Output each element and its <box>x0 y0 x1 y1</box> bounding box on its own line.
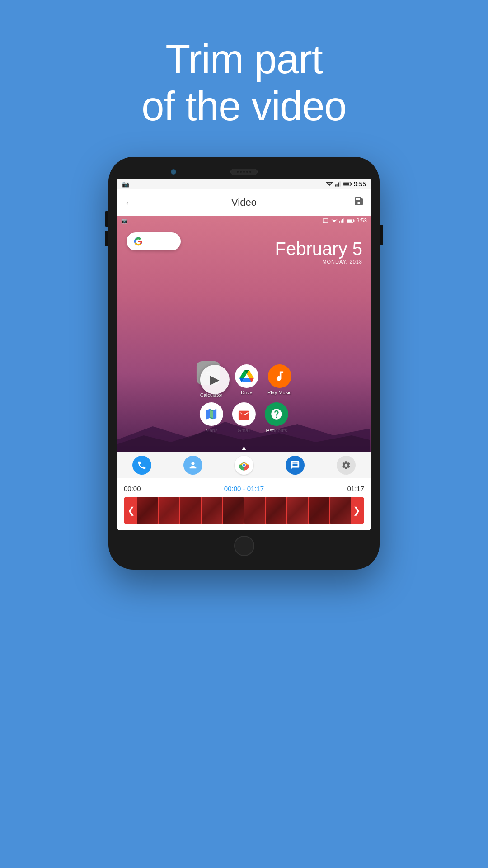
timeline-left-arrow[interactable]: ❮ <box>126 505 137 516</box>
play-music-label: Play Music <box>267 390 291 395</box>
time-start: 00:00 <box>124 485 141 492</box>
phone-body: 📷 <box>108 157 380 570</box>
chevron-up-icon[interactable]: ▲ <box>240 444 248 452</box>
frame-7 <box>266 497 287 524</box>
drive-icon <box>235 364 258 388</box>
frame-8 <box>287 497 308 524</box>
inner-signal-icon <box>339 218 345 223</box>
phone-bottom <box>117 530 371 561</box>
nav-settings[interactable] <box>337 456 356 475</box>
time-range: 00:00 - 01:17 <box>224 485 264 492</box>
svg-rect-19 <box>347 219 352 222</box>
time-end: 01:17 <box>347 485 364 492</box>
timeline-strip[interactable]: ❮ ❯ <box>124 497 364 524</box>
power-button <box>380 225 383 245</box>
inner-bottom-nav <box>117 452 371 478</box>
nav-messages[interactable] <box>286 456 305 475</box>
front-camera <box>171 169 176 175</box>
drive-icon-wrap[interactable]: Drive <box>235 364 258 395</box>
phone-mockup: 📷 <box>108 157 380 570</box>
save-button[interactable] <box>353 196 364 209</box>
frame-9 <box>309 497 330 524</box>
inner-screen: 📷 <box>117 216 371 478</box>
volume-up <box>105 211 108 227</box>
date-display: February 5 MONDAY, 2018 <box>275 239 362 264</box>
svg-rect-16 <box>343 218 344 223</box>
svg-rect-14 <box>341 220 342 222</box>
inner-battery-icon <box>347 218 355 223</box>
cast-icon <box>323 218 329 223</box>
play-button-overlay[interactable]: ▶ <box>200 365 230 394</box>
home-button[interactable] <box>234 536 254 556</box>
date-day: February 5 <box>275 239 362 259</box>
status-left: 📷 <box>122 181 129 188</box>
sensor <box>312 169 317 175</box>
status-time: 9:55 <box>354 180 366 188</box>
video-content: 📷 <box>117 216 371 478</box>
hero-line1: Trim part <box>141 36 346 83</box>
frame-10 <box>330 497 351 524</box>
nav-chrome[interactable] <box>235 456 253 475</box>
volume-down <box>105 231 108 246</box>
speaker <box>230 169 258 175</box>
svg-rect-13 <box>339 221 340 223</box>
inner-status-right: 9:53 <box>323 217 367 224</box>
nav-phone[interactable] <box>132 456 151 475</box>
app-toolbar: ← Video <box>117 189 371 216</box>
frame-4 <box>202 497 222 524</box>
volume-buttons <box>105 211 108 246</box>
svg-rect-15 <box>342 219 343 223</box>
inner-status-left: 📷 <box>121 218 127 224</box>
wifi-icon <box>326 181 333 187</box>
inner-camera-icon: 📷 <box>121 218 127 224</box>
frame-6 <box>244 497 265 524</box>
hero-text: Trim part of the video <box>141 36 346 130</box>
svg-rect-8 <box>343 183 349 185</box>
date-dow: MONDAY, 2018 <box>275 259 362 264</box>
app-row-1: = ▶ Calculator <box>197 361 291 398</box>
drive-label: Drive <box>241 390 253 395</box>
inner-status-time: 9:53 <box>357 217 367 224</box>
signal-icon <box>335 181 341 187</box>
frame-2 <box>159 497 179 524</box>
play-music-icon-wrap[interactable]: Play Music <box>267 364 291 395</box>
hero-line2: of the video <box>141 83 346 130</box>
outer-status-bar: 📷 <box>117 179 371 189</box>
phone-top <box>117 165 371 179</box>
svg-point-23 <box>243 464 245 466</box>
status-right: 9:55 <box>326 180 366 188</box>
svg-rect-18 <box>353 220 354 222</box>
timeline-section: 00:00 00:00 - 01:17 01:17 ❮ <box>117 478 371 530</box>
frame-5 <box>223 497 244 524</box>
nav-contacts[interactable] <box>183 456 202 475</box>
phone-screen: 📷 <box>117 179 371 530</box>
play-music-icon <box>268 364 291 388</box>
svg-rect-2 <box>335 184 336 186</box>
toolbar-title: Video <box>231 197 257 208</box>
calculator-icon-wrap: = ▶ Calculator <box>197 361 226 398</box>
svg-rect-3 <box>336 184 337 186</box>
back-button[interactable]: ← <box>124 196 135 209</box>
frame-1 <box>137 497 158 524</box>
video-camera-icon: 📷 <box>122 181 129 188</box>
timeline-times: 00:00 00:00 - 01:17 01:17 <box>124 485 364 492</box>
google-logo <box>133 236 144 247</box>
svg-rect-4 <box>338 183 339 187</box>
inner-wifi-icon <box>331 218 338 223</box>
timeline-frames <box>137 497 351 524</box>
inner-status-bar: 📷 <box>117 216 371 225</box>
svg-rect-5 <box>339 181 340 186</box>
battery-icon <box>343 181 352 187</box>
timeline-right-arrow[interactable]: ❯ <box>351 505 362 516</box>
frame-3 <box>180 497 201 524</box>
svg-rect-7 <box>351 183 352 185</box>
google-search-bar <box>121 229 186 254</box>
